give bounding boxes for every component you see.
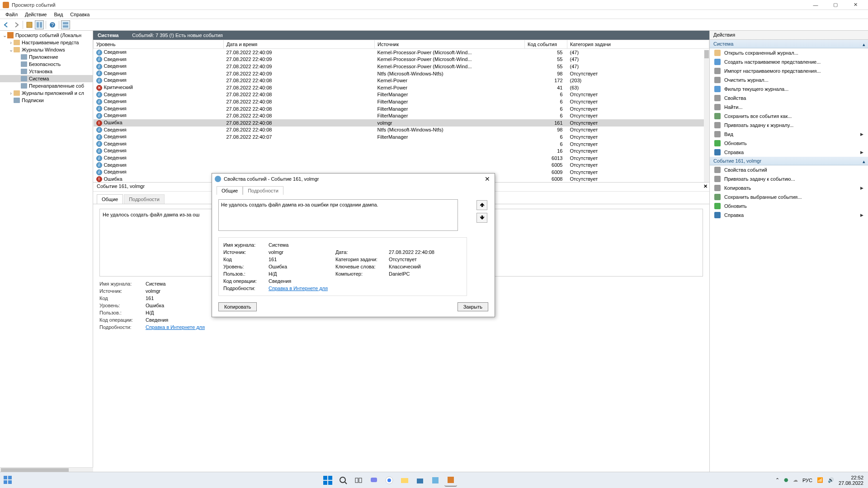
- tree-item[interactable]: ›Настраиваемые предста: [0, 39, 93, 46]
- copy-button[interactable]: Копировать: [218, 302, 257, 311]
- action-item[interactable]: Импорт настраиваемого представления...: [710, 66, 868, 75]
- tree-item[interactable]: ›Журналы приложений и сл: [0, 89, 93, 97]
- tree-item[interactable]: ⌄Журналы Windows: [0, 46, 93, 53]
- action-item[interactable]: Вид▶: [710, 130, 868, 139]
- event-row[interactable]: Сведения27.08.2022 22:40:09Kernel-Proces…: [94, 56, 709, 63]
- menu-help[interactable]: Справка: [66, 11, 93, 18]
- network-icon[interactable]: 📶: [817, 477, 823, 483]
- event-row[interactable]: Сведения27.08.2022 22:40:08FilterManager…: [94, 98, 709, 105]
- event-row[interactable]: Сведения27.08.2022 22:40:08FilterManager…: [94, 105, 709, 113]
- tree-item[interactable]: Система: [0, 75, 93, 82]
- minimize-button[interactable]: —: [806, 0, 826, 10]
- event-row[interactable]: Ошибка27.08.2022 22:40:08volmgr161Отсутс…: [94, 119, 709, 127]
- event-row[interactable]: Сведения27.08.2022 22:40:08Ntfs (Microso…: [94, 127, 709, 134]
- event-row[interactable]: Сведения27.08.2022 22:40:08FilterManager…: [94, 112, 709, 119]
- tree-scrollbar[interactable]: [0, 467, 93, 472]
- action-item[interactable]: Очистить журнал...: [710, 75, 868, 84]
- dialog-close-button[interactable]: ✕: [483, 175, 492, 183]
- tree-item[interactable]: Подписки: [0, 97, 93, 104]
- event-row[interactable]: Сведения27.08.2022 22:40:09Ntfs (Microso…: [94, 70, 709, 77]
- security-icon[interactable]: ⬣: [784, 477, 788, 483]
- taskview-button[interactable]: [352, 474, 365, 487]
- close-button[interactable]: ✕: [845, 0, 865, 10]
- event-row[interactable]: Сведения27.08.2022 22:40:09Kernel-Proces…: [94, 49, 709, 56]
- action-item[interactable]: Справка▶: [710, 148, 868, 157]
- nav-tree[interactable]: ⌄ Просмотр событий (Локальн ›Настраиваем…: [0, 31, 93, 472]
- table-scrollbar[interactable]: [704, 50, 709, 182]
- clock[interactable]: 22:52 27.08.2022: [839, 475, 863, 486]
- event-row[interactable]: Сведения27.08.2022 22:40:08FilterManager…: [94, 91, 709, 99]
- eventviewer-icon[interactable]: [444, 474, 457, 487]
- back-button[interactable]: [2, 20, 11, 29]
- modal-help-link[interactable]: Справка в Интернете для: [269, 286, 332, 291]
- event-row[interactable]: Сведения6005Отсутствует: [94, 162, 709, 169]
- action-item[interactable]: Найти...: [710, 103, 868, 112]
- tab-details[interactable]: Подробности: [124, 194, 165, 204]
- onedrive-icon[interactable]: ☁: [793, 477, 798, 483]
- help-link[interactable]: Справка в Интернете для: [146, 324, 218, 330]
- volume-icon[interactable]: 🔊: [828, 477, 834, 483]
- maximize-button[interactable]: ▢: [826, 0, 845, 10]
- help-button[interactable]: ?: [48, 20, 57, 29]
- event-table[interactable]: Уровень Дата и время Источник Код событи…: [93, 40, 709, 182]
- close-button[interactable]: Закрыть: [458, 302, 488, 311]
- action-item[interactable]: Фильтр текущего журнала...: [710, 84, 868, 94]
- start-button[interactable]: [321, 474, 334, 487]
- event-row[interactable]: Критический27.08.2022 22:40:08Kernel-Pow…: [94, 84, 709, 91]
- event-row[interactable]: Сведения27.08.2022 22:40:09Kernel-Proces…: [94, 63, 709, 70]
- event-row[interactable]: Сведения27.08.2022 22:40:07FilterManager…: [94, 133, 709, 141]
- action-item[interactable]: Копировать▶: [710, 183, 868, 192]
- tray-expand-icon[interactable]: ⌃: [775, 477, 779, 483]
- tree-item[interactable]: Установка: [0, 68, 93, 75]
- language-indicator[interactable]: РУС: [802, 478, 812, 483]
- next-event-button[interactable]: 🡻: [476, 213, 487, 223]
- col-category[interactable]: Категория задачи: [567, 40, 709, 49]
- menu-file[interactable]: Файл: [2, 11, 21, 18]
- actions-section-event[interactable]: Событие 161, volmgr ▴: [710, 157, 868, 165]
- prev-event-button[interactable]: 🡹: [476, 200, 487, 210]
- action-item[interactable]: Свойства событий: [710, 165, 868, 174]
- settings-icon[interactable]: [429, 474, 442, 487]
- col-level[interactable]: Уровень: [94, 40, 224, 49]
- layout-button[interactable]: [35, 20, 44, 29]
- search-button[interactable]: [337, 474, 349, 487]
- forward-button[interactable]: [12, 20, 21, 29]
- explorer-icon[interactable]: [398, 474, 411, 487]
- col-datetime[interactable]: Дата и время: [224, 40, 375, 49]
- modal-tab-general[interactable]: Общие: [217, 186, 243, 195]
- widgets-button[interactable]: [0, 476, 8, 485]
- action-item[interactable]: Открыть сохраненный журнал...: [710, 48, 868, 57]
- event-row[interactable]: Сведения6Отсутствует: [94, 141, 709, 148]
- action-item[interactable]: Сохранить все события как...: [710, 112, 868, 121]
- tree-item[interactable]: Безопасность: [0, 61, 93, 68]
- tab-general[interactable]: Общие: [97, 194, 123, 204]
- detail-close-button[interactable]: ✕: [703, 183, 708, 189]
- action-item[interactable]: Обновить: [710, 202, 868, 211]
- store-icon[interactable]: [414, 474, 426, 487]
- action-item[interactable]: Обновить: [710, 139, 868, 148]
- collapse-icon[interactable]: ▴: [863, 159, 865, 164]
- col-eventid[interactable]: Код события: [525, 40, 567, 49]
- tree-item[interactable]: Перенаправленные соб: [0, 82, 93, 89]
- event-row[interactable]: Сведения27.08.2022 22:40:08Kernel-Power1…: [94, 77, 709, 84]
- tree-item[interactable]: Приложение: [0, 53, 93, 61]
- preview-button[interactable]: [61, 20, 70, 29]
- event-row[interactable]: Сведения16Отсутствует: [94, 147, 709, 155]
- action-item[interactable]: Создать настраиваемое представление...: [710, 57, 868, 66]
- chrome-icon[interactable]: [383, 474, 396, 487]
- menu-action[interactable]: Действие: [21, 11, 50, 18]
- menu-view[interactable]: Вид: [50, 11, 66, 18]
- action-item[interactable]: Привязать задачу к журналу...: [710, 121, 868, 130]
- collapse-icon[interactable]: ▴: [863, 42, 865, 47]
- actions-section-system[interactable]: Система ▴: [710, 40, 868, 48]
- event-row[interactable]: Сведения6013Отсутствует: [94, 155, 709, 162]
- modal-tab-details[interactable]: Подробности: [243, 186, 283, 195]
- action-item[interactable]: Свойства: [710, 94, 868, 103]
- tree-root[interactable]: ⌄ Просмотр событий (Локальн: [0, 32, 93, 39]
- action-item[interactable]: Привязать задачу к событию...: [710, 174, 868, 183]
- col-source[interactable]: Источник: [375, 40, 525, 49]
- action-item[interactable]: Сохранить выбранные события...: [710, 192, 868, 202]
- chat-button[interactable]: [368, 474, 380, 487]
- action-item[interactable]: Справка▶: [710, 211, 868, 220]
- taskbar[interactable]: ⌃ ⬣ ☁ РУС 📶 🔊 22:52 27.08.2022: [0, 472, 868, 488]
